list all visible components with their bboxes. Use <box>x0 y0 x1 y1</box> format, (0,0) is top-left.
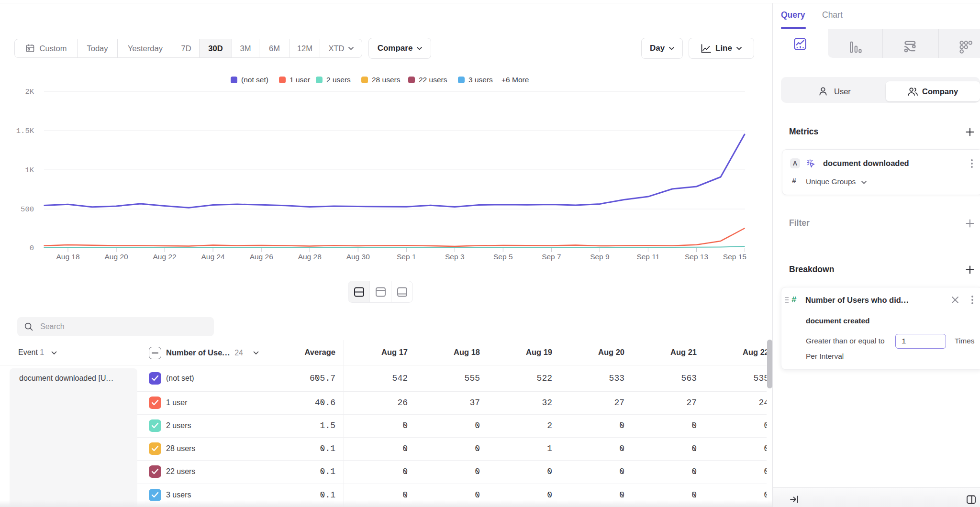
svg-text:1.5K: 1.5K <box>16 127 34 135</box>
svg-text:Aug 18: Aug 18 <box>56 253 79 261</box>
svg-text:Aug 28: Aug 28 <box>298 253 322 261</box>
svg-text:Sep 3: Sep 3 <box>445 253 465 261</box>
svg-text:Aug 22: Aug 22 <box>153 253 177 261</box>
svg-text:Aug 26: Aug 26 <box>250 253 273 261</box>
svg-text:Sep 5: Sep 5 <box>493 253 513 261</box>
svg-text:Aug 20: Aug 20 <box>105 253 129 261</box>
svg-text:500: 500 <box>21 205 34 214</box>
svg-text:0: 0 <box>30 244 34 253</box>
svg-text:Sep 7: Sep 7 <box>542 253 561 261</box>
svg-text:Sep 13: Sep 13 <box>685 253 708 261</box>
svg-text:Sep 1: Sep 1 <box>397 253 416 261</box>
svg-text:Aug 24: Aug 24 <box>201 253 225 261</box>
svg-text:Sep 11: Sep 11 <box>636 253 659 261</box>
svg-text:2K: 2K <box>25 88 34 96</box>
svg-text:Sep 15: Sep 15 <box>723 253 746 261</box>
svg-text:1K: 1K <box>25 166 34 175</box>
svg-text:Sep 9: Sep 9 <box>590 253 610 261</box>
svg-text:Aug 30: Aug 30 <box>346 253 370 261</box>
